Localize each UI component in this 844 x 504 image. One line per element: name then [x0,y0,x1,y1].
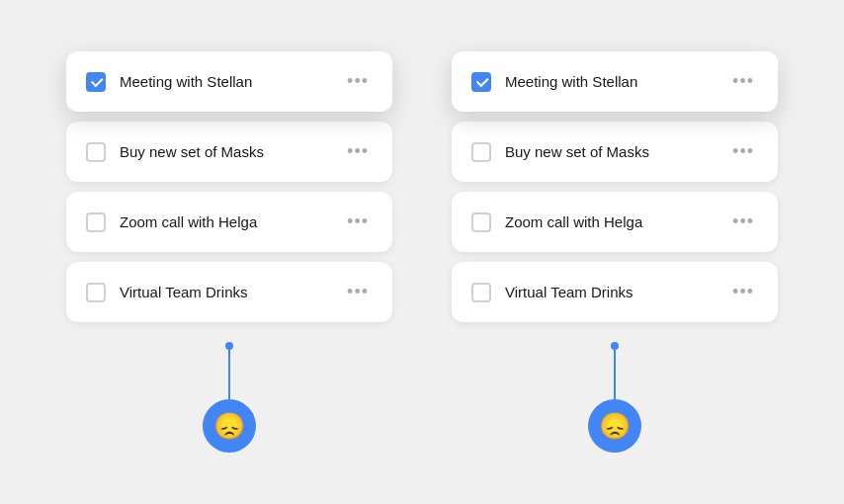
vertical-line-left [228,350,230,399]
checkbox-left-1[interactable] [86,72,106,92]
task-card-right-4[interactable]: Virtual Team Drinks ••• [452,262,778,322]
task-label-right-3: Zoom call with Helga [505,213,715,230]
checkbox-right-3[interactable] [471,212,491,232]
task-label-right-4: Virtual Team Drinks [505,284,715,300]
more-btn-left-4[interactable]: ••• [343,280,373,304]
checkbox-left-2[interactable] [86,142,106,162]
checkbox-right-1[interactable] [471,72,491,92]
more-btn-left-2[interactable]: ••• [343,139,373,164]
task-label-left-4: Virtual Team Drinks [120,284,329,300]
task-card-right-3[interactable]: Zoom call with Helga ••• [452,192,778,252]
dot-top-right [611,342,619,350]
emoji-section-right: 😞 [452,342,778,453]
dot-top-left [225,342,233,350]
task-card-left-1[interactable]: Meeting with Stellan ••• [66,51,392,112]
task-label-right-1: Meeting with Stellan [505,73,715,90]
task-card-right-1[interactable]: Meeting with Stellan ••• [452,51,778,112]
task-label-left-1: Meeting with Stellan [120,73,329,90]
checkbox-left-4[interactable] [86,283,106,302]
task-label-left-3: Zoom call with Helga [120,213,329,230]
main-container: Meeting with Stellan ••• Buy new set of … [46,32,798,472]
more-btn-right-4[interactable]: ••• [728,280,758,304]
emoji-circle-right: 😞 [588,399,641,453]
checkbox-right-4[interactable] [471,283,491,302]
emoji-circle-left: 😞 [203,399,256,453]
left-panel: Meeting with Stellan ••• Buy new set of … [66,51,392,453]
vertical-line-right [614,350,616,399]
right-panel: Meeting with Stellan ••• Buy new set of … [452,51,778,453]
more-btn-right-3[interactable]: ••• [728,210,758,234]
task-card-left-4[interactable]: Virtual Team Drinks ••• [66,262,392,322]
emoji-section-left: 😞 [66,342,392,453]
task-card-left-3[interactable]: Zoom call with Helga ••• [66,192,392,252]
task-label-left-2: Buy new set of Masks [120,143,329,160]
task-card-left-2[interactable]: Buy new set of Masks ••• [66,122,392,182]
more-btn-left-3[interactable]: ••• [343,210,373,234]
checkbox-right-2[interactable] [471,142,491,162]
more-btn-right-1[interactable]: ••• [728,69,758,94]
task-label-right-2: Buy new set of Masks [505,143,715,160]
more-btn-right-2[interactable]: ••• [728,139,758,164]
task-card-right-2[interactable]: Buy new set of Masks ••• [452,122,778,182]
more-btn-left-1[interactable]: ••• [343,69,373,94]
checkbox-left-3[interactable] [86,212,106,232]
